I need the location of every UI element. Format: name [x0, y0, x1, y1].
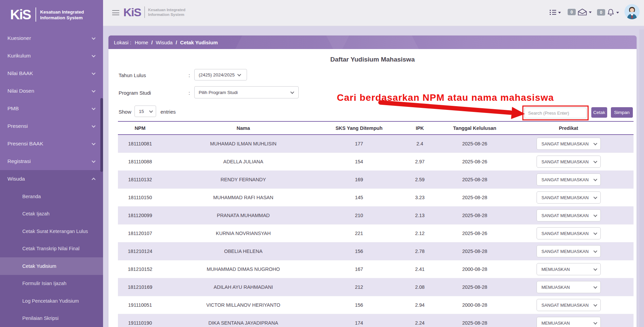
cetak-button[interactable]: Cetak	[591, 107, 607, 118]
sidebar-item-pmb[interactable]: PMB	[0, 100, 103, 117]
predikat-select[interactable]: MEMUASKAN	[537, 281, 601, 293]
breadcrumb-current: Cetak Yudisium	[180, 40, 218, 45]
breadcrumb-separator: /	[151, 40, 153, 45]
sidebar-subitem-beranda[interactable]: Beranda	[0, 188, 103, 205]
user-avatar[interactable]	[624, 4, 640, 19]
hamburger-menu-icon[interactable]	[112, 10, 119, 17]
table-header-row: NPM Nama SKS Yang Ditempuh IPK Tanggal K…	[118, 121, 634, 135]
show-entries-select[interactable]: 15	[134, 106, 156, 117]
chevron-down-icon	[92, 141, 95, 145]
program-studi-label: Program Studi	[119, 90, 151, 96]
sidebar-subitem-cetak-surat-keterangan-lulus[interactable]: Cetak Surat Keterangan Lulus	[0, 223, 103, 240]
table-row: 181210152 MUHAMMAD DIMAS NUGROHO 167 2.4…	[118, 260, 634, 278]
sidebar-subitem-cetak-ijazah[interactable]: Cetak Ijazah	[0, 205, 103, 223]
cell-npm: 181210124	[118, 249, 162, 254]
main-content: Lokasi : Home / Wisuda / Cetak Yudisium …	[103, 26, 644, 327]
predikat-select[interactable]: SANGAT MEMUASKAN	[537, 245, 601, 257]
sidebar-subitem-cetak-yudisium[interactable]: Cetak Yudisium	[0, 257, 103, 275]
sidebar-item-kurikulum[interactable]: Kurikulum	[0, 47, 103, 65]
cell-tanggal: 2025-08-26	[446, 231, 503, 236]
chevron-down-icon	[593, 285, 597, 288]
predikat-select[interactable]: MEMUASKAN	[537, 317, 601, 327]
table-row: 181120099 PRANATA MUHAMMAD 210 2.13 2025…	[118, 207, 634, 225]
column-header-npm: NPM	[118, 125, 162, 131]
chevron-down-icon	[92, 89, 95, 92]
sidebar-subitem-formulir-isian-ijazah[interactable]: Formulir Isian Ijazah	[0, 275, 103, 293]
predikat-select[interactable]: SANGAT MEMUASKAN	[537, 299, 601, 311]
predikat-select[interactable]: SANGAT MEMUASKAN	[537, 227, 601, 239]
sidebar-item-wisuda[interactable]: Wisuda	[0, 170, 103, 188]
cell-ipk: 2.4	[394, 141, 446, 146]
chevron-down-icon	[616, 12, 619, 14]
task-list-icon	[550, 9, 556, 15]
breadcrumb-wisuda[interactable]: Wisuda	[156, 40, 173, 45]
chevron-down-icon	[237, 72, 241, 76]
sidebar-subitem-penilaian-skripsi[interactable]: Penilaian Skripsi	[0, 310, 103, 327]
simpan-button[interactable]: Simpan	[611, 107, 633, 118]
cell-sks: 167	[324, 266, 394, 272]
content-card: Lokasi : Home / Wisuda / Cetak Yudisium …	[108, 36, 637, 327]
app-window: KiS Kesatuan Integrated Information Syst…	[0, 0, 644, 327]
predikat-select[interactable]: SANGAT MEMUASKAN	[537, 191, 601, 204]
chevron-down-icon	[593, 195, 597, 199]
sidebar-subitem-cetak-transkrip-nilai-final[interactable]: Cetak Transkrip Nilai Final	[0, 240, 103, 258]
annotation-text: Cari berdasarkan NPM atau nama mahasiswa	[337, 92, 554, 103]
cell-ipk: 2.94	[394, 302, 446, 308]
brand-name: Kesatuan Integrated Information System	[148, 7, 185, 17]
cell-sks: 212	[324, 284, 394, 290]
sidebar-item-registrasi[interactable]: Registrasi	[0, 153, 103, 170]
cell-npm: 181120107	[118, 231, 162, 236]
tahun-lulus-select[interactable]: (2425) 2024/2025	[194, 69, 247, 80]
table-row: 191110190 DIKA SENTANA JAYADIPRANA 174 2…	[118, 314, 634, 327]
search-input[interactable]	[524, 108, 587, 118]
chevron-down-icon	[290, 90, 294, 94]
chevron-down-icon	[593, 177, 597, 181]
cell-tanggal: 2025-08-26	[446, 141, 503, 146]
table-row: 181110081 MUHAMAD ILMAN MUHLISIN 177 2.4…	[118, 135, 634, 153]
sidebar-item-nilai-baak[interactable]: Nilai BAAK	[0, 65, 103, 82]
brand-divider	[35, 7, 36, 22]
cell-npm: 191110051	[118, 302, 162, 308]
breadcrumb-prefix: Lokasi :	[114, 40, 131, 45]
brand-logo: KiS	[123, 6, 141, 18]
cell-predikat: MEMUASKAN	[503, 281, 634, 293]
cell-nama: MUHAMMAD DIMAS NUGROHO	[162, 266, 324, 272]
tasks-menu[interactable]	[550, 9, 561, 15]
brand-logo: KiS	[10, 8, 31, 21]
predikat-select[interactable]: SANGAT MEMUASKAN	[537, 173, 601, 186]
predikat-select[interactable]: SANGAT MEMUASKAN	[537, 138, 601, 150]
table-row: 181210169 ADILAH AYU RAHMADANI 212 2.08 …	[118, 278, 634, 296]
table-row: 181110150 MUHAMMAD RAFI HASAN 145 3.23 2…	[118, 189, 634, 207]
chevron-down-icon	[593, 231, 597, 235]
cell-predikat: SANGAT MEMUASKAN	[503, 245, 634, 257]
cell-tanggal: 2025-08-28	[446, 213, 503, 218]
sidebar-item-presensi[interactable]: Presensi	[0, 117, 103, 135]
breadcrumb-home[interactable]: Home	[135, 40, 148, 45]
sidebar-item-kuesioner[interactable]: Kuesioner	[0, 29, 103, 47]
sidebar-scrollbar-thumb[interactable]	[100, 98, 103, 172]
cell-sks: 156	[324, 249, 394, 254]
cell-npm: 191110190	[118, 320, 162, 326]
table-row: 181110132 RENDY FERNANDY 169 2.59 2025-0…	[118, 171, 634, 189]
cell-predikat: SANGAT MEMUASKAN	[503, 138, 634, 150]
chevron-up-icon	[92, 178, 95, 181]
sidebar-item-nilai-dosen[interactable]: Nilai Dosen	[0, 82, 103, 100]
predikat-select[interactable]: SANGAT MEMUASKAN	[537, 156, 601, 168]
colon: :	[189, 90, 190, 96]
chevron-down-icon	[593, 321, 597, 324]
column-header-ipk: IPK	[394, 125, 446, 131]
chevron-down-icon	[92, 159, 95, 163]
window-scrollbar[interactable]	[639, 29, 644, 327]
cell-npm: 181120099	[118, 213, 162, 218]
sidebar-item-presensi-baak[interactable]: Presensi BAAK	[0, 135, 103, 153]
program-studi-select[interactable]: Pilih Program Studi	[194, 86, 299, 98]
sidebar-subitem-log-pencetakan-yudisium[interactable]: Log Pencetakan Yudisium	[0, 292, 103, 310]
envelope-icon	[578, 8, 587, 16]
sidebar-menu: Kuesioner Kurikulum Nilai BAAK Nilai Dos…	[0, 29, 103, 170]
cell-predikat: SANGAT MEMUASKAN	[503, 209, 634, 221]
predikat-select[interactable]: SANGAT MEMUASKAN	[537, 209, 601, 221]
predikat-select[interactable]: MEMUASKAN	[537, 263, 601, 275]
messages-menu[interactable]: 0	[568, 8, 592, 16]
notifications-menu[interactable]: 0	[597, 8, 619, 16]
entries-label: entries	[160, 109, 176, 115]
